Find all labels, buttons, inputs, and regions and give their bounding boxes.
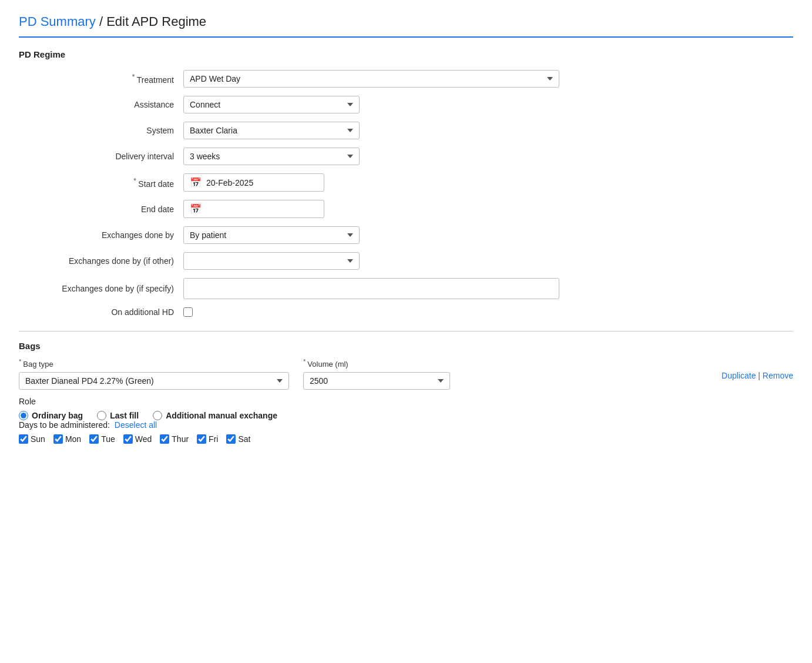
days-row: Days to be administered: Deselect all [19,420,793,430]
role-radio-group: Ordinary bag Last fill Additional manual… [19,411,793,420]
role-last-fill-item: Last fill [97,411,139,420]
system-label: System [19,126,183,135]
role-section: Role Ordinary bag Last fill Additional m… [19,397,793,444]
duplicate-link[interactable]: Duplicate [722,371,756,380]
start-date-wrap: 📅 [183,173,324,192]
pd-regime-title: PD Regime [19,49,793,59]
day-sat-checkbox[interactable] [226,434,236,444]
volume-col: * Volume (ml) 1500 2000 2500 3000 [303,358,450,390]
end-date-group: End date 📅 [19,200,793,218]
exchanges-done-by-specify-input[interactable] [183,278,559,299]
day-mon-label: Mon [65,434,81,444]
treatment-select[interactable]: APD Wet Day APD Dry Day CAPD [183,70,559,88]
day-sat-label: Sat [238,434,250,444]
on-additional-hd-label: On additional HD [19,307,183,317]
day-sun-label: Sun [31,434,45,444]
role-ordinary-item: Ordinary bag [19,411,83,420]
breadcrumb: PD Summary / Edit APD Regime [19,14,793,29]
on-additional-hd-group: On additional HD [19,307,793,317]
volume-label: * Volume (ml) [303,358,450,369]
days-checks: Sun Mon Tue Wed Thur [19,434,793,444]
day-sat: Sat [226,434,250,444]
day-tue: Tue [89,434,115,444]
bag-type-select[interactable]: Baxter Dianeal PD4 2.27% (Green) Baxter … [19,372,289,390]
days-label: Days to be administered: [19,420,110,430]
bags-full-row: * Bag type Baxter Dianeal PD4 2.27% (Gre… [19,358,793,444]
on-additional-hd-wrap [183,307,193,317]
start-date-label: Start date [19,177,183,189]
role-row: Role [19,397,793,406]
day-wed: Wed [123,434,152,444]
header-divider [19,36,793,38]
start-date-calendar-icon: 📅 [190,177,202,188]
start-date-group: Start date 📅 [19,173,793,192]
treatment-group: Treatment APD Wet Day APD Dry Day CAPD [19,70,793,88]
day-thur-label: Thur [172,434,189,444]
role-label: Role [19,397,36,406]
delivery-interval-select[interactable]: 1 week 2 weeks 3 weeks 4 weeks [183,148,360,165]
assistance-label: Assistance [19,100,183,109]
day-wed-label: Wed [135,434,152,444]
day-mon: Mon [53,434,81,444]
day-fri: Fri [197,434,218,444]
bag-type-col: * Bag type Baxter Dianeal PD4 2.27% (Gre… [19,358,289,390]
day-sun: Sun [19,434,45,444]
bags-main: * Bag type Baxter Dianeal PD4 2.27% (Gre… [19,358,793,444]
bags-divider [19,331,793,332]
exchanges-done-by-other-group: Exchanges done by (if other) [19,252,793,270]
exchanges-done-by-specify-group: Exchanges done by (if specify) [19,278,793,299]
role-last-fill-radio[interactable] [97,411,106,420]
assistance-select[interactable]: Connect None [183,96,360,113]
exchanges-done-by-label: Exchanges done by [19,230,183,240]
bags-title: Bags [19,341,793,351]
role-additional-label: Additional manual exchange [166,411,277,420]
bags-actions-separator: | [758,371,763,380]
day-mon-checkbox[interactable] [53,434,63,444]
day-fri-label: Fri [209,434,218,444]
day-tue-checkbox[interactable] [89,434,99,444]
role-last-fill-label: Last fill [110,411,139,420]
bags-actions: Duplicate | Remove [722,371,793,380]
end-date-label: End date [19,205,183,214]
exchanges-done-by-other-select[interactable] [183,252,360,270]
breadcrumb-link[interactable]: PD Summary [19,14,96,29]
day-tue-label: Tue [101,434,115,444]
volume-select[interactable]: 1500 2000 2500 3000 [303,372,450,390]
exchanges-done-by-select[interactable]: By patient By carer Other [183,226,360,244]
end-date-input[interactable] [206,205,318,214]
breadcrumb-current: Edit APD Regime [106,14,206,29]
end-date-wrap: 📅 [183,200,324,218]
day-thur-checkbox[interactable] [160,434,169,444]
bags-type-volume-row: * Bag type Baxter Dianeal PD4 2.27% (Gre… [19,358,793,390]
role-additional-radio[interactable] [153,411,162,420]
bag-type-label: * Bag type [19,358,289,369]
system-select[interactable]: Baxter Claria Fresenius [183,122,360,139]
day-sun-checkbox[interactable] [19,434,28,444]
assistance-group: Assistance Connect None [19,96,793,113]
treatment-label: Treatment [19,73,183,85]
role-additional-item: Additional manual exchange [153,411,277,420]
role-ordinary-label: Ordinary bag [32,411,83,420]
exchanges-done-by-group: Exchanges done by By patient By carer Ot… [19,226,793,244]
day-wed-checkbox[interactable] [123,434,133,444]
start-date-input[interactable] [206,178,318,187]
exchanges-done-by-other-label: Exchanges done by (if other) [19,256,183,266]
end-date-calendar-icon: 📅 [190,203,202,215]
on-additional-hd-checkbox[interactable] [183,307,193,317]
delivery-interval-group: Delivery interval 1 week 2 weeks 3 weeks… [19,148,793,165]
breadcrumb-separator: / [96,14,106,29]
bags-actions-row: Duplicate | Remove [722,371,793,380]
exchanges-done-by-specify-label: Exchanges done by (if specify) [19,284,183,293]
day-fri-checkbox[interactable] [197,434,206,444]
delivery-interval-label: Delivery interval [19,152,183,161]
day-thur: Thur [160,434,189,444]
role-ordinary-radio[interactable] [19,411,28,420]
remove-link[interactable]: Remove [763,371,793,380]
deselect-all-link[interactable]: Deselect all [115,420,157,430]
system-group: System Baxter Claria Fresenius [19,122,793,139]
